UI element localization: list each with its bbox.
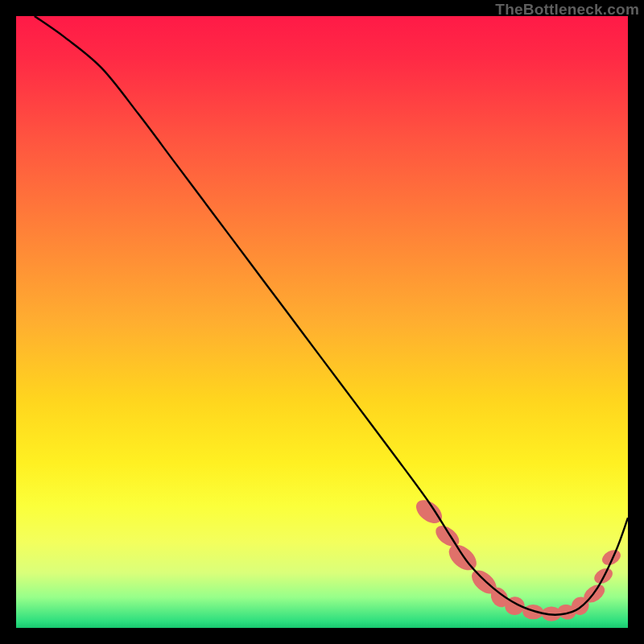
watermark-label: TheBottleneck.com — [495, 2, 639, 17]
curve-marker — [412, 495, 447, 527]
plot-area — [16, 16, 628, 628]
chart-frame: TheBottleneck.com — [0, 0, 644, 644]
chart-svg — [16, 16, 628, 628]
curve-marker — [600, 547, 623, 568]
curve-line — [35, 16, 628, 615]
markers-group — [412, 495, 624, 621]
